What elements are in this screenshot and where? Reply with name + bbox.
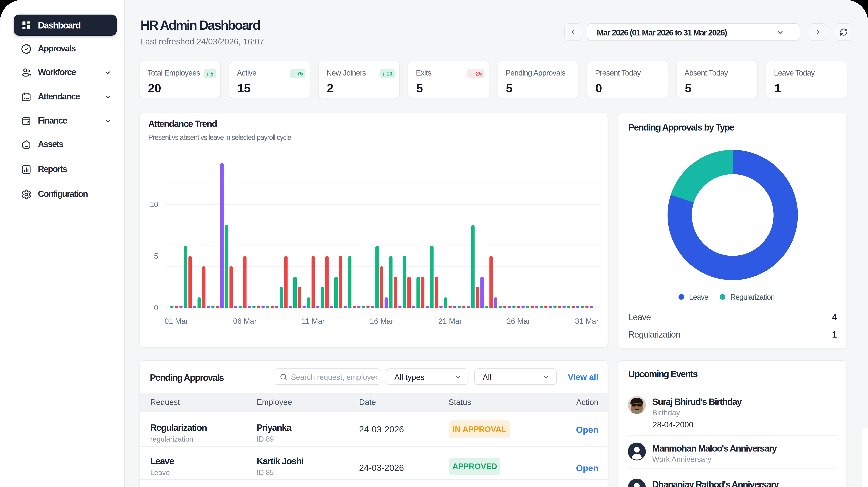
svg-text:06 Mar: 06 Mar bbox=[233, 317, 257, 326]
svg-text:10: 10 bbox=[150, 200, 158, 209]
svg-text:Leave: Leave bbox=[689, 293, 708, 301]
svg-text:26 Mar: 26 Mar bbox=[507, 317, 530, 326]
svg-text:01 Mar: 01 Mar bbox=[164, 317, 188, 326]
svg-text:0: 0 bbox=[154, 303, 158, 312]
svg-text:Regularization: Regularization bbox=[730, 293, 775, 301]
svg-text:31 Mar: 31 Mar bbox=[575, 317, 599, 326]
svg-text:5: 5 bbox=[154, 252, 158, 260]
svg-text:21 Mar: 21 Mar bbox=[438, 317, 462, 326]
svg-text:11 Mar: 11 Mar bbox=[302, 317, 325, 326]
svg-text:16 Mar: 16 Mar bbox=[370, 317, 394, 326]
